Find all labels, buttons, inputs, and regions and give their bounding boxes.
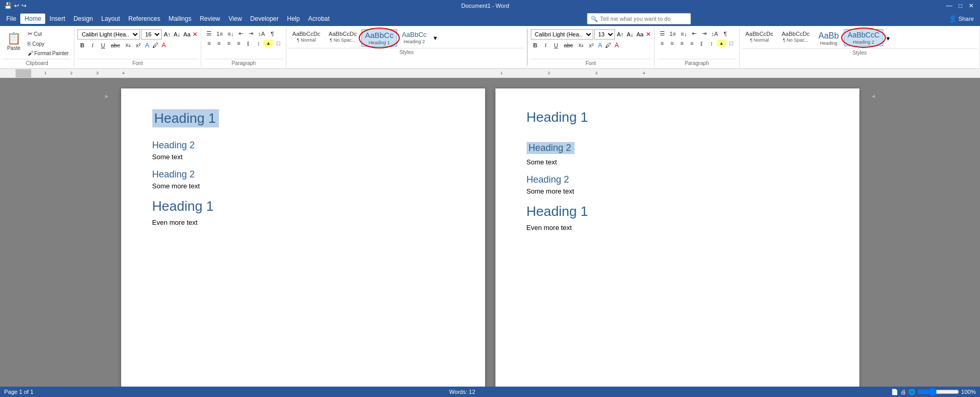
- format-painter-button[interactable]: 🖌 Format Painter: [25, 49, 71, 57]
- align-right-button-left[interactable]: ≡: [224, 39, 233, 47]
- multilevel-button-left[interactable]: ≡↓: [226, 30, 236, 38]
- doc-heading1-left-2[interactable]: Heading 1: [152, 198, 454, 214]
- highlight-color-icon[interactable]: 🖊: [151, 41, 160, 49]
- strikethrough-button-left[interactable]: abc: [109, 41, 122, 49]
- copy-button[interactable]: ⎘ Copy: [25, 40, 46, 48]
- style-heading1-right[interactable]: AaBb Heading: [814, 29, 843, 47]
- doc-heading2-right-1[interactable]: Heading 2: [527, 142, 574, 154]
- menu-mailings[interactable]: Mailings: [164, 14, 195, 24]
- align-left-button-right[interactable]: ≡: [658, 39, 667, 47]
- increase-indent-left[interactable]: ⇥: [246, 29, 256, 38]
- style-nospace-right[interactable]: AaBbCcDc ¶ No Spac...: [778, 29, 814, 44]
- text-effects-icon-right[interactable]: A: [597, 41, 603, 49]
- sort-button-left[interactable]: ↕A: [256, 30, 267, 38]
- document-page-right[interactable]: Heading 1 Heading 2 Some text Heading 2 …: [495, 88, 859, 390]
- highlight-color-icon-right[interactable]: 🖊: [604, 41, 612, 49]
- style-nospace-left[interactable]: AaBbCcDc ¶ No Spac...: [325, 29, 360, 44]
- view-print-icon[interactable]: 🖨: [900, 389, 906, 395]
- menu-developer[interactable]: Developer: [246, 14, 283, 24]
- style-heading1-left[interactable]: AaBbCc Heading 1: [361, 29, 397, 47]
- align-center-button-left[interactable]: ≡: [214, 39, 224, 47]
- font-shrink-icon[interactable]: A↓: [173, 31, 181, 38]
- maximize-btn[interactable]: □: [957, 2, 964, 9]
- clear-format-icon-right[interactable]: ✕: [646, 31, 651, 38]
- subscript-button-left[interactable]: x₂: [123, 41, 133, 49]
- font-color-icon-right[interactable]: A: [613, 41, 620, 49]
- style-normal-left[interactable]: AaBbCcDc ¶ Normal: [289, 29, 324, 44]
- font-size-select-right[interactable]: 13: [594, 29, 615, 40]
- multilevel-button-right[interactable]: ≡↓: [678, 30, 689, 38]
- minimize-btn[interactable]: —: [944, 2, 955, 9]
- shading-button-left[interactable]: ▲: [264, 40, 273, 47]
- styles-more-button-left[interactable]: ▼: [432, 34, 439, 42]
- underline-button-right[interactable]: U: [552, 41, 561, 49]
- menu-home[interactable]: Home: [20, 14, 45, 24]
- doc-heading1-right-1[interactable]: Heading 1: [527, 109, 828, 125]
- superscript-button-left[interactable]: x²: [134, 41, 143, 49]
- border-button-right[interactable]: □: [727, 39, 736, 47]
- doc-heading1-right-2[interactable]: Heading 1: [527, 203, 828, 220]
- decrease-indent-right[interactable]: ⇤: [689, 29, 699, 38]
- menu-view[interactable]: View: [225, 14, 246, 24]
- doc-heading2-right-2[interactable]: Heading 2: [527, 174, 828, 185]
- increase-indent-right[interactable]: ⇥: [699, 29, 709, 38]
- text-effects-icon[interactable]: A: [144, 41, 150, 49]
- strikethrough-button-right[interactable]: abc: [562, 41, 576, 49]
- bold-button-right[interactable]: B: [531, 41, 540, 49]
- shading-button-right[interactable]: ▲: [717, 40, 726, 47]
- underline-button-left[interactable]: U: [98, 41, 108, 49]
- menu-references[interactable]: References: [124, 14, 164, 24]
- align-center-button-right[interactable]: ≡: [668, 39, 677, 47]
- font-family-select-left[interactable]: Calibri Light (Hea...: [77, 29, 140, 40]
- columns-button-left[interactable]: ⫿: [244, 39, 253, 47]
- align-right-button-right[interactable]: ≡: [677, 39, 687, 47]
- line-spacing-button-right[interactable]: ↕: [707, 39, 716, 47]
- font-grow-icon-right[interactable]: A↑: [616, 31, 625, 38]
- italic-button-left[interactable]: I: [88, 41, 97, 49]
- justify-button-left[interactable]: ≡: [234, 39, 243, 47]
- menu-file[interactable]: File: [2, 14, 20, 24]
- tell-me-input[interactable]: [600, 16, 687, 22]
- menu-insert[interactable]: Insert: [45, 14, 69, 24]
- align-left-button-left[interactable]: ≡: [204, 39, 214, 47]
- show-marks-button-left[interactable]: ¶: [268, 30, 277, 38]
- font-shrink-icon-right[interactable]: A↓: [625, 31, 634, 38]
- doc-heading2-left-2[interactable]: Heading 2: [152, 169, 454, 180]
- subscript-button-right[interactable]: x₂: [576, 41, 585, 49]
- bullets-button-left[interactable]: ☰: [204, 29, 214, 38]
- justify-button-right[interactable]: ≡: [687, 39, 697, 47]
- italic-button-right[interactable]: I: [541, 41, 551, 49]
- menu-acrobat[interactable]: Acrobat: [304, 14, 334, 24]
- styles-more-button-right[interactable]: ▼: [884, 34, 892, 43]
- numbering-button-right[interactable]: 1≡: [668, 30, 678, 38]
- sort-button-right[interactable]: ↕A: [709, 30, 720, 38]
- style-normal-right[interactable]: AaBbCcDc ¶ Normal: [742, 29, 777, 44]
- columns-button-right[interactable]: ⫿: [697, 39, 707, 47]
- paste-button[interactable]: 📋 Paste: [3, 29, 24, 54]
- menu-design[interactable]: Design: [69, 14, 97, 24]
- decrease-indent-left[interactable]: ⇤: [237, 29, 246, 38]
- menu-help[interactable]: Help: [283, 14, 304, 24]
- change-case-icon[interactable]: Aa: [182, 31, 191, 38]
- zoom-slider[interactable]: [918, 388, 959, 395]
- superscript-button-right[interactable]: x²: [586, 41, 596, 49]
- clear-format-icon[interactable]: ✕: [192, 31, 198, 38]
- menu-review[interactable]: Review: [195, 14, 224, 24]
- font-size-select-left[interactable]: 16: [141, 29, 162, 40]
- bullets-button-right[interactable]: ☰: [658, 29, 667, 38]
- border-button-left[interactable]: □: [273, 39, 283, 47]
- tell-me-search[interactable]: 🔍: [587, 13, 691, 24]
- view-normal-icon[interactable]: 📄: [891, 389, 898, 395]
- cut-button[interactable]: ✂ Cut: [25, 29, 44, 39]
- doc-heading1-left-1[interactable]: Heading 1: [152, 109, 219, 127]
- font-color-icon[interactable]: A: [161, 41, 167, 49]
- show-marks-button-right[interactable]: ¶: [721, 30, 730, 38]
- menu-layout[interactable]: Layout: [97, 14, 124, 24]
- line-spacing-button-left[interactable]: ↕: [254, 39, 263, 47]
- style-heading2-right[interactable]: AaBbCcC Heading 2: [844, 29, 883, 46]
- numbering-button-left[interactable]: 1≡: [214, 30, 225, 38]
- style-heading2-left[interactable]: AaBbCc Heading 2: [398, 29, 430, 46]
- document-page-left[interactable]: Heading 1 Heading 2 Some text Heading 2 …: [121, 88, 485, 390]
- view-web-icon[interactable]: 🌐: [908, 389, 916, 395]
- change-case-icon-right[interactable]: Aa: [635, 31, 644, 38]
